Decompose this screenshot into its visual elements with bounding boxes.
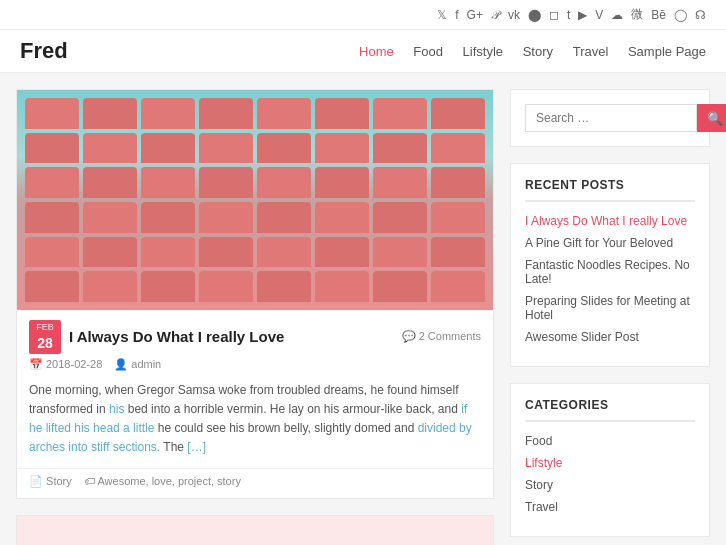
recent-post-2: A Pine Gift for Your Beloved bbox=[525, 236, 695, 250]
github-icon[interactable]: ◯ bbox=[674, 8, 687, 22]
post-category-link[interactable]: Story bbox=[46, 475, 72, 487]
nav-home[interactable]: Home bbox=[359, 44, 394, 59]
weibo-icon[interactable]: 微 bbox=[631, 6, 643, 23]
vimeo-icon[interactable]: V bbox=[595, 8, 603, 22]
page-container: FEB 28 I Always Do What I really Love 💬 … bbox=[0, 73, 726, 545]
post-footer: 📄 Story 🏷 Awesome, love, project, story bbox=[17, 468, 493, 498]
category-story: Story bbox=[525, 478, 695, 492]
nav-story[interactable]: Story bbox=[523, 44, 553, 59]
category-link-travel[interactable]: Travel bbox=[525, 500, 558, 514]
date-month: FEB bbox=[35, 322, 55, 334]
recent-post-link-1[interactable]: I Always Do What I really Love bbox=[525, 214, 687, 228]
date-badge: FEB 28 bbox=[29, 320, 61, 354]
categories-widget: CATEGORIES Food Lifstyle Story Travel bbox=[510, 383, 710, 537]
recent-post-link-5[interactable]: Awesome Slider Post bbox=[525, 330, 639, 344]
sidebar: 🔍 RECENT POSTS I Always Do What I really… bbox=[510, 89, 710, 545]
excerpt-link-1[interactable]: his bbox=[109, 402, 124, 416]
youtube-icon[interactable]: ▶ bbox=[578, 8, 587, 22]
category-food: Food bbox=[525, 434, 695, 448]
tag-icon: 🏷 bbox=[84, 475, 97, 487]
calendar-icon: 📅 bbox=[29, 358, 43, 371]
category-link-lifestyle[interactable]: Lifstyle bbox=[525, 456, 562, 470]
post-featured-image bbox=[17, 90, 493, 310]
nav-travel[interactable]: Travel bbox=[573, 44, 609, 59]
recent-post-link-3[interactable]: Fantastic Noodles Recipes. No Late! bbox=[525, 258, 690, 286]
category-link-story[interactable]: Story bbox=[525, 478, 553, 492]
search-form: 🔍 bbox=[525, 104, 695, 132]
instagram-icon[interactable]: ◻ bbox=[549, 8, 559, 22]
categories-title: CATEGORIES bbox=[525, 398, 695, 422]
main-content: FEB 28 I Always Do What I really Love 💬 … bbox=[16, 89, 494, 545]
nav-sample-page[interactable]: Sample Page bbox=[628, 44, 706, 59]
recent-post-5: Awesome Slider Post bbox=[525, 330, 695, 344]
user-icon: 👤 bbox=[114, 358, 128, 371]
social-bar: 𝕏 f G+ 𝒫 vk ⬤ ◻ t ▶ V ☁ 微 Bē ◯ ☊ bbox=[0, 0, 726, 30]
category-icon: 📄 bbox=[29, 475, 46, 487]
google-plus-icon[interactable]: G+ bbox=[467, 8, 483, 22]
recent-post-1: I Always Do What I really Love bbox=[525, 214, 695, 228]
nav-food[interactable]: Food bbox=[413, 44, 443, 59]
recent-post-3: Fantastic Noodles Recipes. No Late! bbox=[525, 258, 695, 286]
tumblr-icon[interactable]: t bbox=[567, 8, 570, 22]
category-link-food[interactable]: Food bbox=[525, 434, 552, 448]
post-card: FEB 28 I Always Do What I really Love 💬 … bbox=[16, 89, 494, 499]
flickr-icon[interactable]: ⬤ bbox=[528, 8, 541, 22]
post-excerpt: One morning, when Gregor Samsa woke from… bbox=[17, 377, 493, 468]
search-widget: 🔍 bbox=[510, 89, 710, 147]
category-travel: Travel bbox=[525, 500, 695, 514]
rss-icon[interactable]: ☊ bbox=[695, 8, 706, 22]
recent-post-4: Preparing Slides for Meeting at Hotel bbox=[525, 294, 695, 322]
date-day: 28 bbox=[35, 334, 55, 352]
search-button[interactable]: 🔍 bbox=[697, 104, 726, 132]
facebook-icon[interactable]: f bbox=[455, 8, 458, 22]
recent-post-link-4[interactable]: Preparing Slides for Meeting at Hotel bbox=[525, 294, 690, 322]
nav-lifestyle[interactable]: Lifstyle bbox=[463, 44, 503, 59]
post-tags-link[interactable]: Awesome, love, project, story bbox=[97, 475, 240, 487]
header: Fred Home Food Lifstyle Story Travel Sam… bbox=[0, 30, 726, 73]
category-lifestyle: Lifstyle bbox=[525, 456, 695, 470]
behance-icon[interactable]: Bē bbox=[651, 8, 666, 22]
recent-posts-title: RECENT POSTS bbox=[525, 178, 695, 202]
post-title: I Always Do What I really Love bbox=[69, 328, 394, 345]
post-info-line: 📅 2018-02-28 👤 admin bbox=[17, 358, 493, 377]
post-date-info: 📅 2018-02-28 bbox=[29, 358, 102, 371]
comment-count: 💬 2 Comments bbox=[402, 330, 481, 343]
vk-icon[interactable]: vk bbox=[508, 8, 520, 22]
recent-post-link-2[interactable]: A Pine Gift for Your Beloved bbox=[525, 236, 673, 250]
main-nav: Home Food Lifstyle Story Travel Sample P… bbox=[343, 44, 706, 59]
read-more-link[interactable]: […] bbox=[187, 440, 206, 454]
search-input[interactable] bbox=[525, 104, 697, 132]
cloud-icon[interactable]: ☁ bbox=[611, 8, 623, 22]
twitter-icon[interactable]: 𝕏 bbox=[437, 8, 447, 22]
post-header: FEB 28 I Always Do What I really Love 💬 … bbox=[17, 310, 493, 358]
post-author-info: 👤 admin bbox=[114, 358, 161, 371]
recent-posts-widget: RECENT POSTS I Always Do What I really L… bbox=[510, 163, 710, 367]
pinterest-icon[interactable]: 𝒫 bbox=[491, 8, 500, 22]
comment-icon: 💬 bbox=[402, 330, 419, 342]
excerpt-link-2[interactable]: if he lifted his head a little bbox=[29, 402, 467, 435]
site-title: Fred bbox=[20, 38, 68, 64]
post-card-stub bbox=[16, 515, 494, 545]
